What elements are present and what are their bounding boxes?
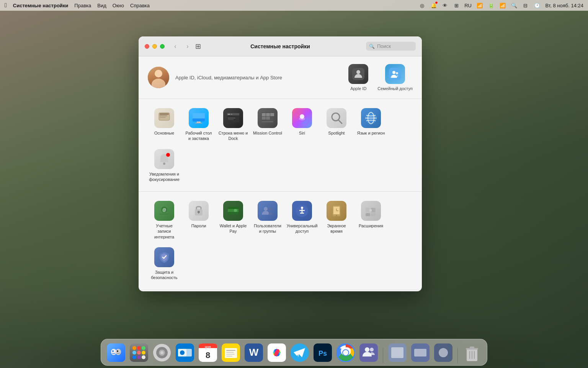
menu-window[interactable]: Окно (113, 3, 124, 8)
svg-rect-147 (225, 348, 237, 358)
dock-divider (383, 348, 383, 363)
item-extensions[interactable]: Расширения (354, 198, 387, 243)
svg-point-28 (300, 114, 304, 119)
svg-rect-11 (197, 122, 201, 123)
svg-point-122 (117, 350, 118, 352)
dock-word[interactable]: W (243, 342, 264, 363)
apple-id-icon-item[interactable]: Apple ID (348, 64, 368, 91)
svg-rect-20 (262, 113, 266, 116)
search-box[interactable]: 🔍 Поиск (366, 42, 416, 51)
dock-photoshop[interactable]: Ps (312, 342, 333, 363)
svg-point-136 (160, 351, 163, 354)
dock-trash[interactable] (462, 342, 482, 363)
minimize-button[interactable] (152, 44, 157, 49)
menu-view[interactable]: Вид (97, 3, 106, 8)
svg-rect-45 (228, 207, 238, 209)
item-users[interactable]: Пользователи и группы (251, 198, 284, 243)
svg-text:8: 8 (206, 350, 210, 360)
notifications-label: Уведомления и фокусирование (149, 171, 180, 182)
menu-help[interactable]: Справка (130, 3, 150, 8)
screentime-icon (327, 201, 346, 221)
grid-view-button[interactable]: ⊞ (195, 42, 201, 51)
item-desktop[interactable]: Рабочий стол и заставка (182, 105, 215, 145)
profile-description: Apple ID, iCloud, медиаматериалы и App S… (175, 75, 282, 80)
forward-button[interactable]: › (183, 42, 192, 51)
item-language[interactable]: Язык и регион (354, 105, 387, 145)
dock-system-prefs[interactable] (152, 342, 172, 363)
svg-rect-10 (193, 113, 205, 118)
app-name[interactable]: Системные настройки (13, 3, 69, 8)
screentime-label: Экранное время (322, 223, 351, 234)
svg-rect-15 (228, 114, 230, 115)
users-label: Пользователи и группы (253, 223, 283, 234)
wifi-icon[interactable]: 📶 (500, 2, 506, 8)
titlebar: ‹ › ⊞ Системные настройки 🔍 Поиск (139, 36, 422, 56)
music-icon[interactable]: ⊞ (454, 2, 460, 8)
item-notifications[interactable]: Уведомления и фокусирование (148, 146, 181, 186)
dock-photos[interactable] (266, 342, 287, 363)
dock-chrome[interactable] (335, 342, 356, 363)
siri-label: Siri (299, 130, 305, 136)
item-passwords[interactable]: Пароли (182, 198, 215, 243)
svg-point-44 (234, 209, 237, 212)
dock-outlook[interactable] (175, 342, 195, 363)
item-security[interactable]: Защита и безопасность (148, 244, 181, 284)
dock-calendar[interactable]: 8 НОЯ (198, 342, 218, 363)
item-wallet[interactable]: Wallet и Apple Pay (217, 198, 250, 243)
item-menubar[interactable]: Строка меню и Dock (217, 105, 250, 145)
svg-point-46 (264, 207, 268, 211)
apple-menu-icon[interactable]:  (5, 2, 7, 9)
battery-menu-icon[interactable]: 🔋 (488, 2, 494, 8)
svg-rect-21 (266, 113, 270, 116)
dock: 8 НОЯ W (101, 339, 487, 366)
notification-badge (435, 1, 438, 4)
svg-rect-38 (160, 214, 169, 215)
svg-rect-140 (186, 349, 192, 356)
item-spotlight[interactable]: Spotlight (320, 105, 353, 145)
item-accessibility[interactable]: Универсальный доступ (286, 198, 318, 243)
dock-app3[interactable] (433, 342, 454, 363)
dock-notes[interactable] (220, 342, 241, 363)
dock-app2[interactable] (410, 342, 431, 363)
users-icon (258, 201, 278, 221)
bluetooth-menu-icon[interactable]: 📶 (477, 2, 483, 8)
item-siri[interactable]: Siri (286, 105, 318, 145)
svg-point-127 (132, 351, 136, 355)
dock-app1[interactable] (387, 342, 408, 363)
screen-icon[interactable]: ⊟ (523, 2, 529, 8)
general-label: Основные (154, 130, 174, 136)
svg-point-129 (142, 351, 145, 355)
svg-point-3 (392, 71, 395, 74)
profile-section[interactable]: Apple ID, iCloud, медиаматериалы и App S… (139, 56, 422, 99)
svg-text:W: W (249, 347, 259, 358)
language-icon[interactable]: RU (465, 2, 471, 8)
dock-telegram[interactable] (289, 342, 310, 363)
menu-edit[interactable]: Правка (74, 3, 91, 8)
apple-id-icon (348, 64, 368, 84)
item-internet[interactable]: @ Учетные записи интернета (148, 198, 181, 243)
menubar-time: Вт, 8 нояб. 14:24 (546, 3, 583, 8)
family-icon-item[interactable]: Семейный доступ (377, 64, 413, 91)
desktop-icon (189, 108, 209, 128)
desktop-label: Рабочий стол и заставка (184, 130, 214, 141)
close-button[interactable] (145, 44, 149, 49)
mission-label: Mission Control (253, 130, 282, 136)
back-button[interactable]: ‹ (171, 42, 180, 51)
avatar[interactable] (148, 67, 169, 88)
section-accounts: @ Учетные записи интернета (139, 192, 422, 290)
notification-icon[interactable]: 🔔 (431, 2, 437, 8)
svg-point-124 (132, 346, 136, 350)
dock-finder[interactable] (106, 342, 126, 363)
search-menu-icon[interactable]: 🔍 (511, 2, 517, 8)
maximize-button[interactable] (160, 44, 165, 49)
dock-launchpad[interactable] (129, 342, 149, 363)
passwords-label: Пароли (191, 223, 206, 228)
security-label: Защита и безопасность (149, 269, 179, 281)
svg-rect-6 (160, 113, 169, 115)
item-screentime[interactable]: Экранное время (320, 198, 353, 243)
item-mission[interactable]: Mission Control (251, 105, 284, 145)
svg-point-125 (137, 346, 141, 350)
item-general[interactable]: Основные (148, 105, 181, 145)
dock-teams[interactable] (358, 342, 379, 363)
desktop:  Системные настройки Правка Вид Окно Сп… (0, 0, 588, 368)
